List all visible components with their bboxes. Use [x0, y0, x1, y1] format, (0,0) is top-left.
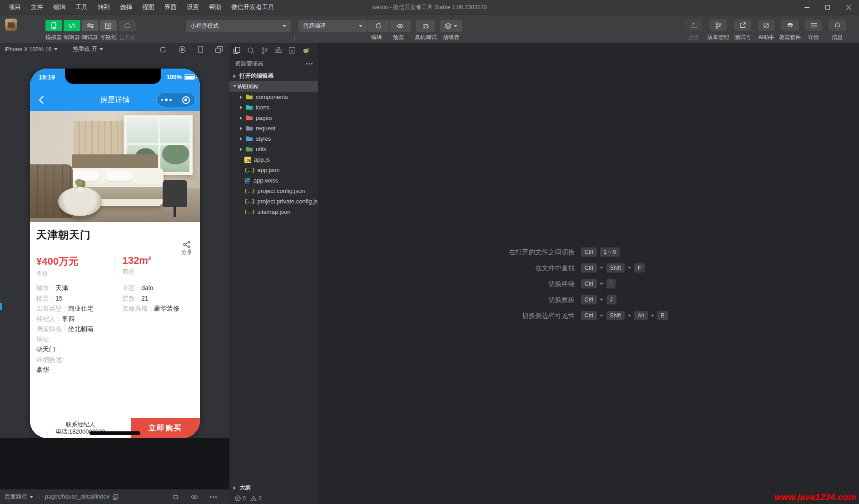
hot-reload-select[interactable]: 热重载 开 [69, 45, 108, 53]
more-actions-icon[interactable] [306, 63, 313, 64]
editor-area: 在打开的文件之间切换 Ctrl 1 ~ 9 在文件中查找 Ctrl+ Shift… [318, 43, 859, 504]
home-indicator [89, 431, 140, 435]
eye-icon [397, 24, 404, 29]
project-root-weixin[interactable]: WEIXIN [229, 81, 318, 92]
git-branch-icon [715, 22, 721, 29]
minimize-button[interactable] [796, 0, 817, 15]
caret-down-icon [454, 25, 457, 29]
back-button[interactable] [34, 93, 48, 107]
messages-button[interactable] [829, 20, 846, 31]
more-button[interactable] [157, 93, 176, 107]
menu-file[interactable]: 文件 [26, 0, 48, 15]
file-app-js[interactable]: JSapp.js [229, 154, 318, 165]
preview-button[interactable] [390, 20, 412, 32]
copy-icon[interactable] [113, 494, 118, 500]
share-button[interactable]: 分享 [181, 241, 192, 256]
open-editors-section[interactable]: 打开的编辑器 [229, 71, 318, 81]
shortcut-keys: Ctrl 1 ~ 9 [581, 247, 668, 257]
clear-cache-label: 清缓存 [437, 34, 465, 41]
refresh-icon[interactable] [159, 46, 166, 53]
menu-settings[interactable]: 设置 [182, 0, 204, 15]
field-city: 城市：天津 [36, 284, 115, 292]
device-select[interactable]: iPhone X 100% 16 [0, 46, 62, 53]
bug-icon[interactable] [172, 494, 179, 500]
page-path-value: pages/house_detail/index [45, 494, 109, 500]
extensions-icon[interactable] [275, 47, 282, 54]
chevron-right-icon [233, 486, 238, 490]
contact-line1: 联系经纪人 [66, 421, 95, 428]
menu-help[interactable]: 帮助 [204, 0, 226, 15]
ai-circle-icon [763, 22, 770, 29]
hot-reload-value: 热重载 开 [73, 45, 97, 53]
device-select-value: iPhone X 100% 16 [5, 46, 52, 53]
menu-interface[interactable]: 界面 [159, 0, 182, 15]
float-window-icon[interactable] [215, 46, 223, 53]
field-floor: 楼层：15 [36, 295, 115, 303]
shortcut-keys: Ctrl+ Shift+ F [581, 263, 668, 272]
cloud-dev-button[interactable] [119, 20, 136, 31]
house-fields-grid: 城市：天津 小区：dalo 楼层：15 层数：21 出售类型：商业住宅 装修风格… [36, 284, 194, 313]
menu-project[interactable]: 项目 [4, 0, 26, 15]
version-control-button[interactable] [710, 20, 727, 31]
simulator-toggle-button[interactable] [45, 20, 62, 31]
package-icon[interactable] [289, 47, 295, 54]
folder-components[interactable]: components [229, 92, 318, 102]
chevron-right-icon [240, 127, 244, 130]
compile-mode-select[interactable]: 普通编译 [298, 20, 367, 32]
compile-button[interactable] [367, 20, 390, 32]
jar-icon[interactable] [303, 48, 309, 54]
folder-request[interactable]: request [229, 123, 318, 133]
eye-icon[interactable] [191, 494, 198, 499]
outline-section[interactable]: 大纲 [229, 483, 318, 493]
record-icon[interactable] [179, 46, 186, 53]
field-sale-type: 出售类型：商业住宅 [36, 305, 115, 313]
ai-assistant-button[interactable] [758, 20, 775, 31]
folder-icons[interactable]: icons [229, 102, 318, 113]
editor-toggle-button[interactable] [64, 20, 80, 31]
menu-goto[interactable]: 转到 [93, 0, 115, 15]
phone-header: 19:19 100% 房屋详情 [30, 69, 200, 111]
debugger-toggle-button[interactable] [82, 20, 99, 31]
room-plant [75, 179, 85, 188]
clear-cache-button[interactable] [440, 20, 462, 32]
problems-summary[interactable]: 0 0 [229, 493, 318, 504]
test-account-button[interactable] [734, 20, 751, 31]
exit-minipgm-button[interactable] [176, 93, 195, 107]
target-icon [182, 96, 190, 104]
files-icon[interactable] [233, 47, 240, 54]
menu-select[interactable]: 选择 [115, 0, 137, 15]
caret-down-icon [283, 25, 286, 29]
file-project-config[interactable]: {..}project.config.json [229, 186, 318, 196]
file-app-json[interactable]: {..}app.json [229, 165, 318, 175]
upload-button[interactable] [685, 20, 702, 31]
visualizer-toggle-button[interactable] [100, 20, 117, 31]
page-path-select[interactable]: 页面路径 [0, 493, 38, 501]
file-app-wxss[interactable]: app.wxss [229, 175, 318, 186]
file-project-private-config[interactable]: {..}project.private.config.js... [229, 196, 318, 207]
source-control-icon[interactable] [262, 47, 268, 54]
menu-edit[interactable]: 编辑 [48, 0, 70, 15]
menu-tools[interactable]: 工具 [70, 0, 93, 15]
search-icon[interactable] [248, 47, 254, 54]
chevron-down-icon [233, 85, 237, 89]
remote-debug-button[interactable] [416, 20, 435, 32]
folder-utils[interactable]: utils [229, 144, 318, 154]
close-button[interactable] [838, 0, 859, 15]
buy-now-button[interactable]: 立即购买 [131, 418, 200, 438]
file-sitemap-json[interactable]: {..}sitemap.json [229, 207, 318, 217]
details-button[interactable] [805, 20, 822, 31]
folder-pages[interactable]: pages [229, 113, 318, 123]
contact-agent-button[interactable]: 联系经纪人 电话:18200000000 [30, 418, 131, 438]
code-icon [69, 23, 75, 28]
maximize-button[interactable] [817, 0, 838, 15]
user-avatar[interactable] [5, 19, 17, 31]
more-icon[interactable] [210, 496, 217, 498]
folder-styles[interactable]: styles [229, 133, 318, 144]
education-suite-button[interactable] [781, 20, 799, 31]
simulator-lower-area [0, 438, 229, 489]
device-frame-icon[interactable] [198, 46, 203, 53]
compile-select-value: 普通编译 [303, 22, 326, 30]
mode-select[interactable]: 小程序模式 [186, 20, 291, 32]
menu-view[interactable]: 视图 [137, 0, 159, 15]
menu-wechat-devtools[interactable]: 微信开发者工具 [226, 0, 279, 15]
